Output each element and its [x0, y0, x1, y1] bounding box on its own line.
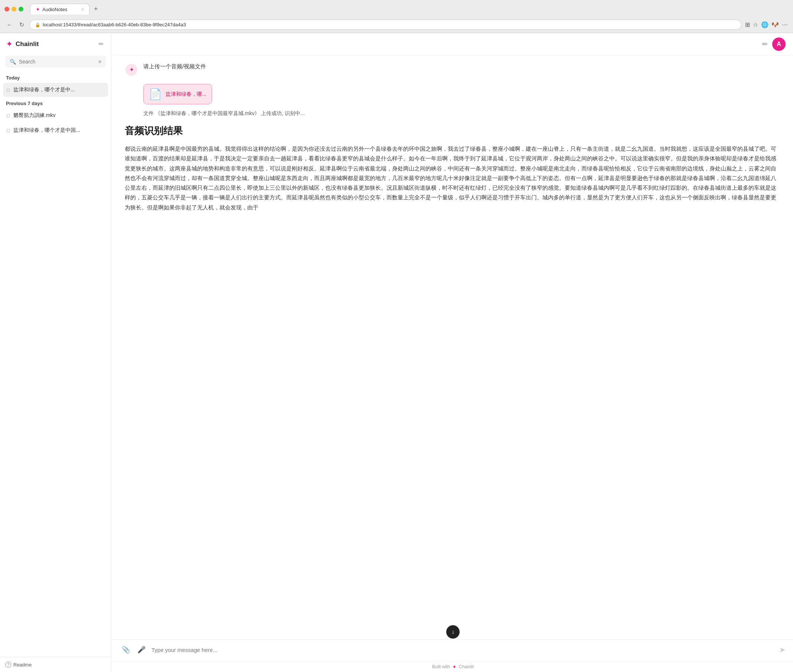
readme-label: Readme [13, 662, 32, 667]
browser-chrome: ✦ AudioNotes × + ← ↻ 🔒 localhost:15433/t… [0, 0, 793, 33]
main-header: ✏ A [113, 33, 793, 56]
traffic-lights [5, 7, 23, 11]
readme-link[interactable]: ? Readme [5, 662, 106, 667]
close-button[interactable] [5, 7, 9, 11]
lock-icon: 🔒 [35, 22, 40, 27]
sidebar-footer: ? Readme [0, 657, 111, 672]
reader-view-button[interactable]: ⊞ [745, 21, 750, 28]
filter-button[interactable]: ≡ [98, 59, 101, 65]
sidebar-header: ✦ Chainlit ✏ [0, 33, 111, 53]
message-input[interactable] [152, 647, 775, 653]
browser-tabs: ✦ AudioNotes × + [30, 4, 101, 14]
result-title: 音频识别结果 [125, 124, 781, 138]
active-tab[interactable]: ✦ AudioNotes × [30, 4, 90, 14]
input-area: 📎 🎤 ➤ [113, 639, 793, 661]
message-content: 请上传一个音频/视频文件 [143, 63, 781, 75]
header-actions: ✏ A [762, 37, 786, 51]
sidebar-item-text: 魍臀肌力訓練.mkv [13, 112, 104, 119]
sidebar-item-prev-1[interactable]: □ 盐津和绿春，哪个才是中国... [3, 123, 108, 138]
readme-icon: ? [5, 662, 11, 667]
bot-avatar: ✦ [125, 63, 138, 77]
sidebar-item-text: 盐津和绿春，哪个才是中国... [13, 127, 104, 134]
file-attachment[interactable]: 📄 盐津和绿春，哪... [143, 84, 212, 104]
sidebar-actions: ✏ [97, 39, 105, 49]
minimize-button[interactable] [11, 7, 16, 11]
extensions-button[interactable]: 🐶 [771, 21, 779, 28]
main-content: ✏ A ✦ 请上传一个音频/视频文件 📄 [113, 33, 793, 672]
chainlit-logo-icon: ✦ [452, 664, 457, 670]
user-avatar[interactable]: A [772, 37, 786, 51]
url-text: localhost:15433/thread/ac63aab6-b626-40e… [43, 22, 186, 27]
built-with-footer: Built with ✦ Chainlit [113, 661, 793, 672]
chevron-down-icon: ↓ [451, 629, 454, 635]
logo-icon: ✦ [6, 39, 13, 49]
prompt-text: 请上传一个音频/视频文件 [143, 63, 781, 70]
sidebar: ✦ Chainlit ✏ 🔍 ≡ Today □ 盐津和绿春，哪个才是中... … [0, 33, 111, 672]
chat-area[interactable]: ✦ 请上传一个音频/视频文件 📄 盐津和绿春，哪... 文件 《盐津和绿春，哪个… [113, 56, 793, 639]
address-bar[interactable]: 🔒 localhost:15433/thread/ac63aab6-b626-4… [29, 20, 742, 30]
refresh-button[interactable]: ↻ [18, 20, 26, 30]
status-text: 文件 《盐津和绿春，哪个才是中国最窄县城.mkv》 上传成功, 识别中... [125, 110, 781, 117]
app-container: ✦ Chainlit ✏ 🔍 ≡ Today □ 盐津和绿春，哪个才是中... … [0, 33, 793, 672]
browser-actions: ⊞ ☆ 🌐 🐶 ⋯ [745, 21, 788, 28]
bookmark-button[interactable]: ☆ [753, 21, 758, 28]
edit-button[interactable]: ✏ [762, 40, 768, 48]
sidebar-item-today-0[interactable]: □ 盐津和绿春，哪个才是中... 🗑 [3, 83, 108, 97]
search-input[interactable] [19, 59, 96, 65]
scroll-down-button[interactable]: ↓ [446, 625, 460, 638]
back-button[interactable]: ← [5, 20, 14, 30]
new-thread-button[interactable]: ✏ [97, 39, 105, 49]
prev-days-section-label: Previous 7 days [3, 98, 108, 109]
tab-favicon: ✦ [36, 6, 40, 12]
mic-button[interactable]: 🎤 [136, 644, 147, 655]
bot-message-prompt: ✦ 请上传一个音频/视频文件 [125, 63, 781, 77]
built-with-brand: Chainlit [459, 664, 474, 669]
logo-text: Chainlit [16, 40, 38, 48]
chat-icon: □ [7, 128, 10, 133]
browser-avatar-button[interactable]: 🌐 [761, 21, 769, 28]
sidebar-content: Today □ 盐津和绿春，哪个才是中... 🗑 Previous 7 days… [0, 72, 111, 657]
search-icon: 🔍 [10, 59, 16, 65]
chat-icon: □ [7, 113, 10, 118]
maximize-button[interactable] [19, 7, 23, 11]
tab-title: AudioNotes [42, 7, 67, 12]
user-file-message: 📄 盐津和绿春，哪... [125, 84, 781, 104]
result-section: 音频识别结果 都说云南的延津县啊是中国最穷的县城。我觉得得出这样的结论啊，是因为… [125, 124, 781, 212]
file-icon: 📄 [149, 88, 162, 100]
attach-button[interactable]: 📎 [120, 644, 131, 655]
tab-close-button[interactable]: × [82, 7, 84, 11]
search-bar: 🔍 ≡ [5, 56, 106, 67]
sidebar-item-text: 盐津和绿春，哪个才是中... [13, 86, 96, 93]
today-section-label: Today [3, 72, 108, 83]
new-tab-button[interactable]: + [91, 4, 101, 14]
built-with-text: Built with [432, 664, 450, 669]
bot-avatar-icon: ✦ [125, 63, 138, 77]
more-options-button[interactable]: ⋯ [782, 21, 788, 28]
file-name-text: 盐津和绿春，哪... [166, 91, 206, 98]
chat-icon: □ [7, 87, 10, 93]
svg-text:✦: ✦ [129, 66, 134, 73]
browser-toolbar: ← ↻ 🔒 localhost:15433/thread/ac63aab6-b6… [0, 18, 793, 33]
browser-titlebar: ✦ AudioNotes × + [0, 0, 793, 18]
send-button[interactable]: ➤ [779, 645, 786, 654]
result-body: 都说云南的延津县啊是中国最穷的县城。我觉得得出这样的结论啊，是因为你还没去过云南… [125, 144, 781, 212]
sidebar-item-prev-0[interactable]: □ 魍臀肌力訓練.mkv [3, 109, 108, 123]
